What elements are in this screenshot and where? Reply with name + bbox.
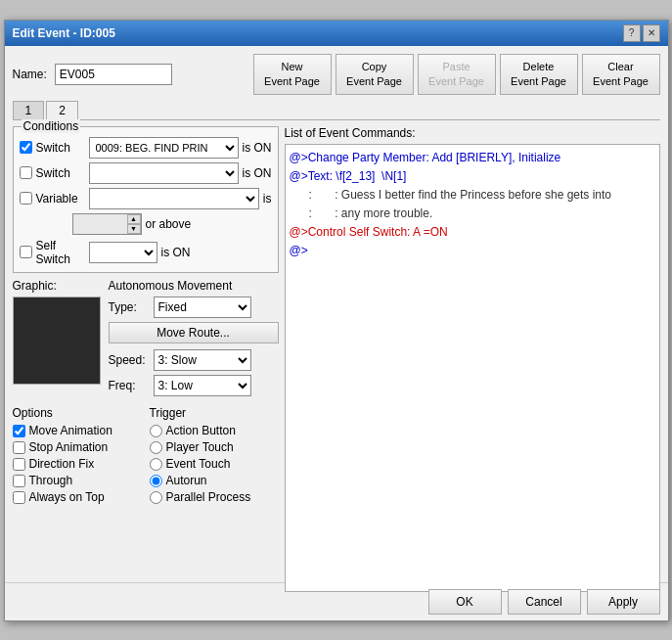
close-button[interactable]: ✕ <box>643 24 660 42</box>
self-switch-label: SelfSwitch <box>36 239 85 267</box>
variable-value-row: ▲ ▼ or above <box>20 213 272 235</box>
title-bar: Edit Event - ID:005 ? ✕ <box>5 21 668 46</box>
left-panel: Conditions Switch 0009: BEG. FIND PRIN i… <box>13 126 279 574</box>
autorun-label: Autorun <box>166 474 207 487</box>
apply-button[interactable]: Apply <box>587 589 660 615</box>
commands-list[interactable]: @>Change Party Member: Add [BRIERLY], In… <box>285 144 660 592</box>
event-touch-radio[interactable] <box>150 458 162 471</box>
cmd-line-6: @> <box>290 242 655 260</box>
action-button-radio[interactable] <box>150 425 162 437</box>
variable-label: Variable <box>36 192 85 206</box>
stop-animation-checkbox[interactable] <box>13 441 25 454</box>
name-label: Name: <box>13 68 47 81</box>
switch2-state: is ON <box>243 166 272 180</box>
through-checkbox[interactable] <box>13 475 25 487</box>
right-panel: List of Event Commands: @>Change Party M… <box>285 126 660 574</box>
trigger-event-touch: Event Touch <box>150 457 279 471</box>
variable-spin-down[interactable]: ▼ <box>127 224 141 234</box>
option-direction-fix: Direction Fix <box>13 457 142 471</box>
type-row: Type: Fixed Random Approach Custom <box>109 297 279 318</box>
cancel-button[interactable]: Cancel <box>508 589 581 615</box>
direction-fix-label: Direction Fix <box>29 457 95 471</box>
variable-checkbox[interactable] <box>20 192 32 205</box>
self-switch-state: is ON <box>161 246 191 259</box>
event-buttons: NewEvent Page CopyEvent Page PasteEvent … <box>253 54 660 95</box>
action-button-label: Action Button <box>166 424 236 437</box>
event-touch-label: Event Touch <box>166 457 231 471</box>
title-bar-controls: ? ✕ <box>623 24 660 42</box>
speed-label: Speed: <box>109 353 148 367</box>
speed-dropdown[interactable]: 1: x8 Slower 2: x4 Slower 3: Slow 4: Nor… <box>154 349 251 371</box>
always-on-top-checkbox[interactable] <box>13 491 25 504</box>
new-event-page-button[interactable]: NewEvent Page <box>253 54 332 95</box>
switch1-dropdown[interactable]: 0009: BEG. FIND PRIN <box>89 137 239 159</box>
autorun-radio[interactable] <box>150 475 162 487</box>
conditions-label: Conditions <box>22 119 81 133</box>
move-route-button[interactable]: Move Route... <box>109 322 279 343</box>
option-stop-animation: Stop Animation <box>13 440 142 454</box>
cmd-line-2: @>Text: \f[2_13] \N[1] <box>290 167 655 186</box>
option-move-animation: Move Animation <box>13 424 142 437</box>
help-button[interactable]: ? <box>623 24 641 42</box>
self-switch-dropdown[interactable] <box>89 242 157 263</box>
type-dropdown[interactable]: Fixed Random Approach Custom <box>154 297 251 318</box>
graphic-label: Graphic: <box>13 279 101 293</box>
parallel-process-label: Parallel Process <box>166 490 251 504</box>
variable-value-input[interactable] <box>73 214 127 234</box>
tab-2[interactable]: 2 <box>46 101 78 120</box>
variable-spinners: ▲ ▼ <box>127 214 141 234</box>
options-trigger-row: Options Move Animation Stop Animation Di… <box>13 406 279 507</box>
move-animation-checkbox[interactable] <box>13 425 25 437</box>
trigger-section: Trigger Action Button Player Touch Event… <box>150 406 279 507</box>
self-switch-row: SelfSwitch is ON <box>20 239 272 267</box>
switch1-row: Switch 0009: BEG. FIND PRIN is ON <box>20 137 272 159</box>
freq-dropdown[interactable]: 1: Lowest 2: Lower 3: Low 4: Normal 5: H… <box>154 375 251 396</box>
freq-label: Freq: <box>109 379 148 392</box>
trigger-player-touch: Player Touch <box>150 440 279 454</box>
speed-row: Speed: 1: x8 Slower 2: x4 Slower 3: Slow… <box>109 349 279 371</box>
ok-button[interactable]: OK <box>428 589 502 615</box>
variable-or-above: or above <box>146 217 192 231</box>
player-touch-label: Player Touch <box>166 440 234 454</box>
trigger-action-button: Action Button <box>150 424 279 437</box>
variable-spin-up[interactable]: ▲ <box>127 214 141 224</box>
content-area: Name: NewEvent Page CopyEvent Page Paste… <box>5 46 668 582</box>
main-window: Edit Event - ID:005 ? ✕ Name: NewEvent P… <box>4 20 669 621</box>
switch2-dropdown[interactable] <box>89 162 239 184</box>
cmd-line-1: @>Change Party Member: Add [BRIERLY], In… <box>290 149 655 167</box>
commands-title: List of Event Commands: <box>285 126 660 140</box>
self-switch-checkbox[interactable] <box>20 246 32 258</box>
type-label: Type: <box>109 300 148 314</box>
copy-event-page-button[interactable]: CopyEvent Page <box>336 54 414 95</box>
direction-fix-checkbox[interactable] <box>13 458 25 471</box>
tabs-row: 1 2 <box>13 101 660 120</box>
graphic-autonomous-section: Graphic: Autonomous Movement Type: Fixed… <box>13 279 279 400</box>
paste-event-page-button[interactable]: PasteEvent Page <box>418 54 496 95</box>
switch2-checkbox[interactable] <box>20 166 32 179</box>
conditions-section: Conditions Switch 0009: BEG. FIND PRIN i… <box>13 126 279 274</box>
trigger-autorun: Autorun <box>150 474 279 487</box>
clear-event-page-button[interactable]: ClearEvent Page <box>582 54 660 95</box>
switch1-checkbox[interactable] <box>20 141 32 154</box>
option-always-on-top: Always on Top <box>13 490 142 504</box>
cmd-line-3: : : Guess I better find the Princess bef… <box>290 186 655 205</box>
name-input[interactable] <box>55 64 172 85</box>
trigger-title: Trigger <box>150 406 279 420</box>
switch2-label: Switch <box>36 166 85 180</box>
through-label: Through <box>29 474 73 487</box>
tab-1[interactable]: 1 <box>13 101 45 119</box>
freq-row: Freq: 1: Lowest 2: Lower 3: Low 4: Norma… <box>109 375 279 396</box>
switch1-label: Switch <box>36 141 85 155</box>
switch2-row: Switch is ON <box>20 162 272 184</box>
always-on-top-label: Always on Top <box>29 490 105 504</box>
option-through: Through <box>13 474 142 487</box>
options-section: Options Move Animation Stop Animation Di… <box>13 406 142 507</box>
graphic-canvas[interactable] <box>13 297 101 385</box>
delete-event-page-button[interactable]: DeleteEvent Page <box>500 54 578 95</box>
player-touch-radio[interactable] <box>150 441 162 454</box>
cmd-line-5: @>Control Self Switch: A =ON <box>290 223 655 242</box>
autonomous-title: Autonomous Movement <box>109 279 279 293</box>
variable-dropdown[interactable] <box>89 188 259 209</box>
move-animation-label: Move Animation <box>29 424 112 437</box>
parallel-process-radio[interactable] <box>150 491 162 504</box>
